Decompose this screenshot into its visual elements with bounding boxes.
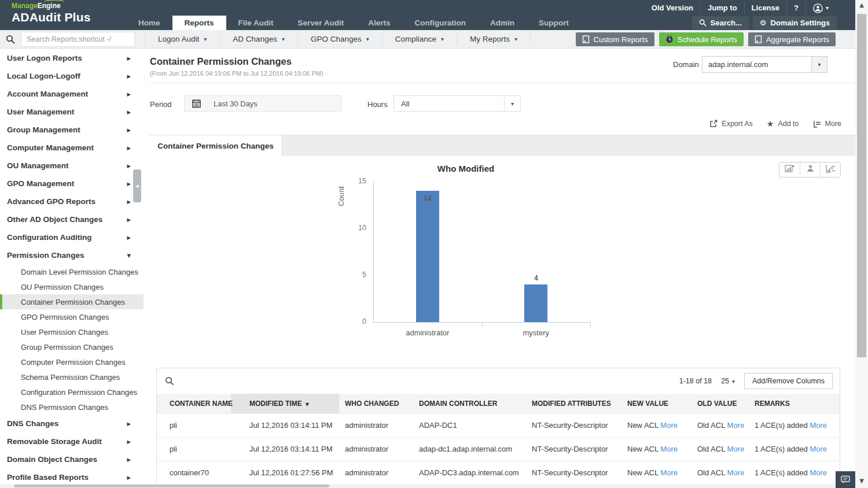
utility-old-version[interactable]: Old Version bbox=[645, 2, 700, 14]
sidebar-subitem-configuration-permission-changes[interactable]: Configuration Permission Changes bbox=[0, 385, 144, 400]
horizontal-scrollbar[interactable] bbox=[0, 484, 855, 488]
chart-user-filter-button[interactable] bbox=[800, 162, 820, 177]
sidebar-item-user-management[interactable]: User Management▶ bbox=[0, 103, 144, 121]
column-header-who-changed[interactable]: WHO CHANGED bbox=[339, 394, 413, 413]
chevron-right-icon: ▶ bbox=[127, 73, 131, 79]
sidebar-item-removable-storage-audit[interactable]: Removable Storage Audit▶ bbox=[0, 432, 144, 450]
utility-license[interactable]: License bbox=[744, 2, 786, 14]
chevron-right-icon: ▶ bbox=[127, 91, 131, 97]
add-remove-columns-button[interactable]: Add/Remove Columns bbox=[744, 373, 833, 389]
nav-item-home[interactable]: Home bbox=[126, 16, 172, 30]
column-header-modified-time[interactable]: MODIFIED TIME▼ bbox=[231, 394, 339, 413]
menu-my-reports[interactable]: My Reports▾ bbox=[457, 34, 531, 45]
sidebar-subitem-gpo-permission-changes[interactable]: GPO Permission Changes bbox=[0, 309, 144, 324]
column-header-new-value[interactable]: NEW VALUE bbox=[620, 394, 690, 413]
nav-item-file-audit[interactable]: File Audit bbox=[226, 16, 286, 30]
custom-reports-button[interactable]: Custom Reports bbox=[576, 32, 654, 46]
sidebar-item-account-management[interactable]: Account Management▶ bbox=[0, 85, 144, 103]
nav-item-support[interactable]: Support bbox=[527, 16, 581, 30]
scroll-down-arrow[interactable]: ▼ bbox=[855, 478, 868, 484]
more-link[interactable]: More bbox=[727, 468, 745, 477]
nav-item-configuration[interactable]: Configuration bbox=[403, 16, 478, 30]
chart-bar-mystery[interactable] bbox=[524, 284, 547, 322]
sidebar-collapse-handle[interactable]: ◀ bbox=[133, 169, 141, 202]
sidebar-item-computer-management[interactable]: Computer Management▶ bbox=[0, 139, 144, 157]
table-search-icon[interactable] bbox=[165, 376, 174, 388]
user-menu[interactable]: ▾ bbox=[806, 2, 836, 14]
more-link[interactable]: More bbox=[660, 468, 678, 477]
scroll-up-arrow[interactable]: ▲ bbox=[855, 2, 868, 8]
more-link[interactable]: More bbox=[810, 421, 827, 430]
menu-ad-changes[interactable]: AD Changes▾ bbox=[220, 34, 298, 45]
domain-select[interactable]: adap.internal.com ▾ bbox=[702, 56, 827, 73]
sidebar-item-configuration-auditing[interactable]: Configuration Auditing▶ bbox=[0, 228, 144, 246]
more-link[interactable]: More bbox=[727, 445, 745, 453]
chevron-right-icon: ▶ bbox=[127, 199, 131, 205]
sidebar-item-domain-object-changes[interactable]: Domain Object Changes▶ bbox=[0, 450, 144, 468]
column-header-domain-controller[interactable]: DOMAIN CONTROLLER bbox=[413, 394, 524, 413]
sidebar-subitem-container-permission-changes[interactable]: Container Permission Changes bbox=[0, 294, 144, 309]
sidebar-item-ou-management[interactable]: OU Management▶ bbox=[0, 157, 144, 175]
sidebar-subitem-user-permission-changes[interactable]: User Permission Changes bbox=[0, 324, 144, 339]
sidebar-subitem-computer-permission-changes[interactable]: Computer Permission Changes bbox=[0, 354, 144, 369]
domain-settings-button[interactable]: ⚙ Domain Settings bbox=[753, 16, 837, 29]
sidebar-subitem-domain-level-permission-changes[interactable]: Domain Level Permission Changes bbox=[0, 264, 144, 279]
menu-logon-audit[interactable]: Logon Audit▾ bbox=[145, 34, 220, 45]
hours-select[interactable]: All ▾ bbox=[393, 95, 521, 112]
nav-item-alerts[interactable]: Alerts bbox=[356, 16, 402, 30]
sidebar-item-label: Permission Changes bbox=[7, 251, 84, 260]
global-search-button[interactable]: Search... bbox=[692, 16, 749, 29]
period-picker[interactable]: Last 30 Days bbox=[184, 95, 341, 112]
cell-new-value: New ACL More bbox=[620, 461, 690, 485]
chart-bar-administrator[interactable] bbox=[416, 191, 439, 322]
chart-type-button[interactable] bbox=[779, 162, 800, 177]
sidebar-item-other-ad-object-changes[interactable]: Other AD Object Changes▶ bbox=[0, 210, 144, 228]
feedback-chat-button[interactable] bbox=[836, 471, 855, 488]
sidebar-item-user-logon-reports[interactable]: User Logon Reports▶ bbox=[0, 49, 144, 67]
sidebar-item-advanced-gpo-reports[interactable]: Advanced GPO Reports▶ bbox=[0, 193, 144, 210]
more-actions-button[interactable]: More bbox=[813, 119, 841, 128]
sidebar-item-group-management[interactable]: Group Management▶ bbox=[0, 121, 144, 139]
add-to-button[interactable]: ★ Add to bbox=[767, 119, 799, 128]
column-header-remarks[interactable]: REMARKS bbox=[747, 394, 840, 413]
help-button[interactable]: ? bbox=[786, 2, 806, 14]
global-search-label: Search... bbox=[711, 19, 742, 27]
chart-refresh-icon[interactable] bbox=[820, 162, 840, 177]
vertical-scrollbar-thumb[interactable] bbox=[857, 14, 866, 357]
nav-item-reports[interactable]: Reports bbox=[172, 16, 226, 30]
menu-compliance[interactable]: Compliance▾ bbox=[382, 34, 457, 45]
sidebar-item-dns-changes[interactable]: DNS Changes▶ bbox=[0, 415, 144, 432]
sidebar-subitem-schema-permission-changes[interactable]: Schema Permission Changes bbox=[0, 369, 144, 385]
tab-container-permission-changes[interactable]: Container Permission Changes bbox=[149, 135, 282, 156]
schedule-reports-button[interactable]: Schedule Reports bbox=[659, 32, 744, 46]
sidebar-subitem-group-permission-changes[interactable]: Group Permission Changes bbox=[0, 339, 144, 354]
sidebar-subitem-dns-permission-changes[interactable]: DNS Permission Changes bbox=[0, 400, 144, 415]
aggregate-reports-button[interactable]: Aggregate Reports bbox=[748, 32, 836, 46]
vertical-scrollbar[interactable]: ▲ ▼ bbox=[855, 0, 868, 488]
chevron-down-icon: ▾ bbox=[826, 2, 829, 14]
cell-domain-controller: ADAP-DC1 bbox=[413, 413, 524, 437]
more-link[interactable]: More bbox=[810, 445, 827, 453]
brand-logo[interactable]: ManageEngine ADAudit Plus bbox=[12, 2, 91, 25]
sidebar-subitem-ou-permission-changes[interactable]: OU Permission Changes bbox=[0, 279, 144, 294]
export-as-button[interactable]: Export As bbox=[709, 119, 753, 128]
horizontal-scrollbar-thumb[interactable] bbox=[14, 485, 329, 487]
menu-gpo-changes[interactable]: GPO Changes▾ bbox=[298, 34, 382, 45]
utility-jump-to[interactable]: Jump to bbox=[700, 2, 744, 14]
more-link[interactable]: More bbox=[810, 468, 827, 477]
chevron-right-icon: ▶ bbox=[127, 145, 131, 151]
sidebar-item-gpo-management[interactable]: GPO Management▶ bbox=[0, 175, 144, 193]
column-header-container-name[interactable]: CONTAINER NAME bbox=[157, 394, 231, 413]
page-size-select[interactable]: 25 ▾ bbox=[721, 377, 735, 385]
sidebar-item-local-logon-logoff[interactable]: Local Logon-Logoff▶ bbox=[0, 67, 144, 85]
nav-item-admin[interactable]: Admin bbox=[478, 16, 527, 30]
more-link[interactable]: More bbox=[660, 445, 678, 453]
more-link[interactable]: More bbox=[727, 421, 745, 430]
sidebar-item-permission-changes[interactable]: Permission Changes▼ bbox=[0, 246, 144, 264]
chevron-right-icon: ▶ bbox=[127, 56, 131, 61]
more-link[interactable]: More bbox=[660, 421, 678, 430]
nav-item-server-audit[interactable]: Server Audit bbox=[286, 16, 356, 30]
column-header-old-value[interactable]: OLD VALUE bbox=[690, 394, 747, 413]
column-header-modified-attributes[interactable]: MODIFIED ATTRIBUTES bbox=[524, 394, 620, 413]
report-search-input[interactable] bbox=[21, 32, 135, 47]
